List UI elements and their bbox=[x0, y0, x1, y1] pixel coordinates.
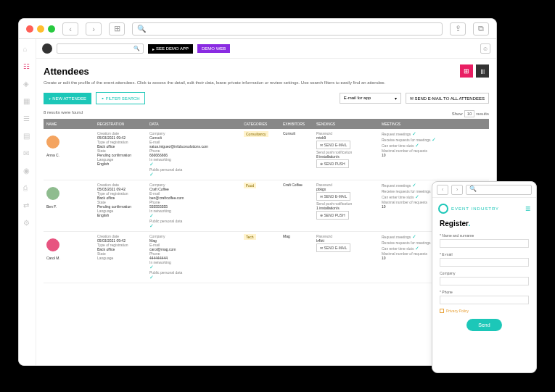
table-row[interactable]: Carol M.Creation date05/03/2021 09:42Typ… bbox=[44, 232, 489, 283]
sidebar-icon[interactable]: ⚙ bbox=[23, 219, 32, 228]
sidebar-icon[interactable]: ✉ bbox=[23, 149, 32, 158]
close-icon[interactable] bbox=[26, 25, 33, 33]
company-input[interactable] bbox=[440, 277, 529, 285]
phone-input[interactable] bbox=[440, 296, 529, 304]
minimize-icon[interactable] bbox=[37, 25, 44, 33]
avatar bbox=[46, 238, 59, 251]
filter-search-button[interactable]: ⚬ FILTER SEARCH bbox=[96, 92, 145, 104]
table-body: Anna C.Creation date05/03/2021 09:42Type… bbox=[44, 129, 489, 283]
traffic-lights bbox=[26, 25, 55, 33]
demo-app-button[interactable]: ▸ SEE DEMO APP bbox=[148, 44, 193, 54]
send-push-button[interactable]: ⊕ SEND PUSH bbox=[316, 211, 349, 220]
table-row[interactable]: Anna C.Creation date05/03/2021 09:42Type… bbox=[44, 129, 489, 180]
avatar bbox=[46, 135, 59, 149]
send-button[interactable]: Send bbox=[466, 319, 501, 331]
app-toolbar: 🔍 ▸ SEE DEMO APP DEMO WEB ☺ bbox=[36, 39, 496, 59]
sidebar-toggle-icon[interactable]: ⊞ bbox=[109, 22, 125, 36]
tabs-icon[interactable]: ⧉ bbox=[473, 22, 489, 36]
main-content: 🔍 ▸ SEE DEMO APP DEMO WEB ☺ Attendees ⊞ … bbox=[36, 39, 496, 365]
sidebar-icon[interactable]: ⇄ bbox=[23, 201, 32, 210]
sidebar-icon[interactable]: ◉ bbox=[23, 167, 32, 175]
sidebar-icon[interactable]: ◈ bbox=[23, 80, 32, 88]
sidebar-icon[interactable]: ☰ bbox=[23, 114, 32, 123]
results-count: 8 results were found bbox=[44, 110, 83, 117]
mobile-preview: ‹ › 🔍 EVENT INDUSTRY ≡ Register. * Name … bbox=[432, 181, 537, 373]
attendee-name: Anna C. bbox=[46, 153, 91, 157]
page-size: Show 10 results bbox=[452, 110, 489, 117]
send-email-button[interactable]: ✉ SEND E-MAIL bbox=[316, 141, 350, 149]
back-button[interactable]: ‹ bbox=[437, 185, 448, 195]
table-row[interactable]: Ben F.Creation date05/03/2021 09:42Type … bbox=[44, 180, 489, 232]
home-icon[interactable]: ⌂ bbox=[23, 45, 32, 54]
category-tag: Consultancy bbox=[244, 131, 268, 137]
forward-button[interactable]: › bbox=[451, 185, 463, 195]
page-title: Attendees bbox=[44, 66, 89, 77]
page-description: Create or edit the profile of the event … bbox=[44, 80, 489, 85]
back-button[interactable]: ‹ bbox=[62, 22, 78, 36]
field-label: * Name and surname bbox=[440, 233, 529, 238]
name-input[interactable] bbox=[440, 239, 529, 248]
email-input[interactable] bbox=[440, 258, 529, 267]
maximize-icon[interactable] bbox=[48, 25, 55, 33]
desktop-window: ‹ › ⊞ 🔍 ⇪ ⧉ ⌂ ☷ ◈ ▦ ☰ ▤ ✉ ◉ ⎙ ⇄ ⚙ 🔍 ▸ SE… bbox=[18, 18, 497, 366]
demo-web-button[interactable]: DEMO WEB bbox=[197, 44, 230, 53]
forward-button[interactable]: › bbox=[86, 22, 102, 36]
app-logo-icon bbox=[42, 43, 52, 54]
window-titlebar: ‹ › ⊞ 🔍 ⇪ ⧉ bbox=[19, 19, 496, 39]
logo-icon bbox=[438, 204, 448, 214]
privacy-checkbox[interactable]: Privacy Policy bbox=[440, 309, 529, 313]
mobile-toolbar: ‹ › 🔍 bbox=[432, 182, 536, 198]
send-email-button[interactable]: ✉ SEND E-MAIL bbox=[316, 192, 350, 201]
attendee-name: Carol M. bbox=[46, 256, 91, 260]
attendees-icon[interactable]: ☷ bbox=[23, 62, 32, 71]
sidebar-icon[interactable]: ▦ bbox=[23, 97, 32, 106]
user-icon[interactable]: ☺ bbox=[480, 43, 490, 54]
share-icon[interactable]: ⇪ bbox=[450, 22, 466, 36]
brand-logo: EVENT INDUSTRY bbox=[438, 204, 499, 214]
send-push-button[interactable]: ⊕ SEND PUSH bbox=[316, 159, 349, 168]
search-input[interactable]: 🔍 bbox=[57, 43, 144, 54]
field-label: * E-mail bbox=[440, 252, 529, 257]
table-header: NAME REGISTRATION DATA CATEGORIES EXHIBI… bbox=[44, 119, 489, 129]
page-size-select[interactable]: 10 bbox=[464, 110, 475, 117]
attendee-name: Ben F. bbox=[46, 204, 91, 209]
sidebar: ⌂ ☷ ◈ ▦ ☰ ▤ ✉ ◉ ⎙ ⇄ ⚙ bbox=[19, 39, 36, 365]
avatar bbox=[46, 187, 59, 200]
field-label: Company bbox=[440, 271, 529, 275]
menu-icon[interactable]: ≡ bbox=[525, 204, 530, 214]
sidebar-icon[interactable]: ⎙ bbox=[23, 184, 32, 193]
grid-view-icon[interactable]: ⊞ bbox=[460, 64, 473, 78]
url-bar[interactable]: 🔍 bbox=[132, 22, 443, 36]
new-attendee-button[interactable]: + NEW ATTENDEE bbox=[44, 93, 91, 104]
email-type-select[interactable]: E-mail for app▾ bbox=[340, 93, 401, 104]
form-title: Register. bbox=[440, 220, 529, 228]
search-input[interactable]: 🔍 bbox=[466, 185, 532, 195]
category-tag: Tech bbox=[244, 234, 256, 240]
stats-icon[interactable]: ⫼ bbox=[476, 64, 489, 78]
field-label: * Phone bbox=[440, 290, 529, 294]
send-email-button[interactable]: ✉ SEND E-MAIL bbox=[316, 243, 350, 252]
send-email-all-button[interactable]: ✉ SEND E-MAIL TO ALL ATTENDEES bbox=[406, 93, 489, 104]
category-tag: Food bbox=[244, 183, 256, 188]
sidebar-icon[interactable]: ▤ bbox=[23, 132, 32, 141]
